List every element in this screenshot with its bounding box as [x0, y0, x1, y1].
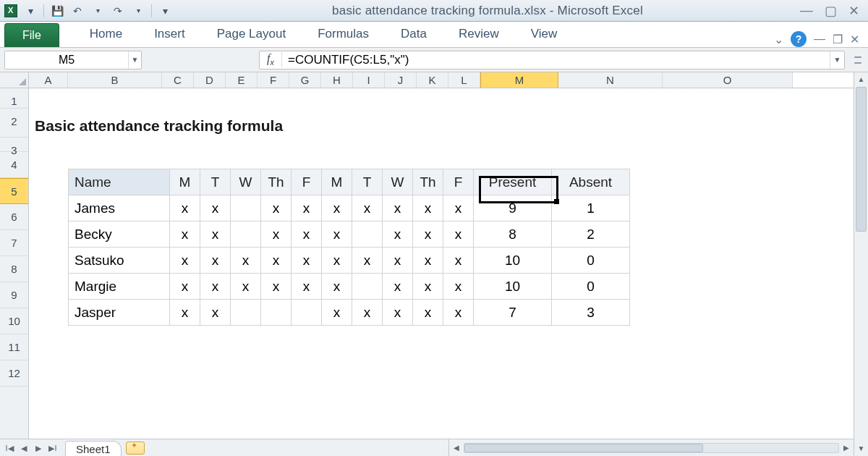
cell-day[interactable] [261, 300, 292, 326]
cell-day[interactable]: x [200, 221, 231, 248]
cell-day[interactable]: x [383, 195, 413, 221]
cell-day[interactable] [292, 300, 322, 326]
vscroll-up-icon[interactable]: ▲ [854, 72, 868, 87]
cell-day[interactable]: x [200, 274, 231, 300]
col-header-E[interactable]: E [226, 72, 258, 88]
select-all-corner[interactable] [0, 72, 29, 88]
cell-day[interactable]: x [443, 300, 474, 326]
undo-icon[interactable]: ↶ [67, 2, 88, 20]
redo-icon[interactable]: ↷ [108, 2, 128, 20]
cell-absent[interactable]: 0 [552, 248, 630, 274]
cell-day[interactable]: x [200, 300, 231, 326]
col-header-J[interactable]: J [385, 72, 417, 88]
cell-day[interactable]: x [231, 274, 261, 300]
cell-day[interactable]: x [200, 248, 231, 274]
tab-page-layout[interactable]: Page Layout [201, 22, 302, 47]
cells-canvas[interactable]: Basic attendance tracking formula NameMT… [29, 88, 854, 456]
col-header-A[interactable]: A [29, 72, 68, 88]
cell-day[interactable]: x [383, 248, 413, 274]
cell-day[interactable]: x [352, 195, 383, 221]
cell-day[interactable] [231, 300, 261, 326]
row-header-3[interactable]: 3 [0, 138, 28, 152]
cell-day[interactable]: x [413, 274, 443, 300]
doc-restore-icon[interactable]: ❐ [833, 33, 843, 46]
row-header-5[interactable]: 5 [0, 178, 28, 204]
cell-day[interactable]: x [443, 195, 474, 221]
col-header-L[interactable]: L [448, 72, 480, 88]
sheet-tab[interactable]: Sheet1 [65, 441, 122, 456]
row-header-9[interactable]: 9 [0, 282, 28, 308]
cell-day[interactable]: x [322, 248, 352, 274]
maximize-icon[interactable]: ▢ [825, 3, 837, 19]
cell-present[interactable]: 8 [474, 221, 552, 248]
doc-close-icon[interactable]: ✕ [850, 33, 859, 46]
col-header-M[interactable]: M [480, 72, 558, 88]
cell-day[interactable]: x [292, 274, 322, 300]
tab-data[interactable]: Data [385, 22, 443, 47]
minimize-icon[interactable]: — [800, 3, 813, 19]
cell-day[interactable]: x [443, 248, 474, 274]
row-header-4[interactable]: 4 [0, 152, 28, 178]
hscroll-left-icon[interactable]: ◀ [449, 444, 464, 452]
vscroll-down-icon[interactable]: ▼ [854, 442, 868, 456]
cell-name[interactable]: Becky [69, 221, 170, 248]
cell-day[interactable]: x [383, 300, 413, 326]
cell-day[interactable]: x [261, 221, 292, 248]
cell-day[interactable] [352, 221, 383, 248]
col-header-K[interactable]: K [417, 72, 448, 88]
tab-nav-last-icon[interactable]: ▶I [46, 442, 59, 455]
qat-dropdown-icon[interactable]: ▾ [20, 2, 41, 20]
cell-absent[interactable]: 0 [552, 274, 630, 300]
hscroll-thumb[interactable] [464, 444, 703, 452]
col-header-G[interactable]: G [289, 72, 321, 88]
cell-day[interactable]: x [443, 221, 474, 248]
cell-day[interactable]: x [200, 195, 231, 221]
name-box-dropdown-icon[interactable]: ▼ [128, 51, 141, 69]
cell-present[interactable]: 10 [474, 248, 552, 274]
vscroll-thumb[interactable] [856, 87, 867, 232]
undo-menu-icon[interactable]: ▾ [88, 2, 108, 20]
cell-day[interactable]: x [383, 221, 413, 248]
cell-absent[interactable]: 3 [552, 300, 630, 326]
new-sheet-icon[interactable] [126, 442, 145, 455]
formula-expand-icon[interactable]: ▼ [830, 51, 844, 69]
cell-day[interactable]: x [170, 195, 200, 221]
doc-minimize-icon[interactable]: — [814, 33, 825, 46]
vertical-scrollbar[interactable]: ▲ ▼ [854, 72, 868, 456]
save-icon[interactable]: 💾 [47, 2, 67, 20]
cell-day[interactable]: x [292, 248, 322, 274]
cell-name[interactable]: Satsuko [69, 248, 170, 274]
cell-day[interactable] [231, 195, 261, 221]
tab-formulas[interactable]: Formulas [302, 22, 385, 47]
close-icon[interactable]: ✕ [848, 3, 859, 19]
col-header-O[interactable]: O [663, 72, 793, 88]
col-header-I[interactable]: I [353, 72, 385, 88]
row-header-6[interactable]: 6 [0, 204, 28, 230]
col-header-D[interactable]: D [194, 72, 226, 88]
tab-nav-first-icon[interactable]: I◀ [3, 442, 16, 455]
col-header-N[interactable]: N [558, 72, 663, 88]
cell-day[interactable] [352, 274, 383, 300]
help-icon[interactable]: ? [791, 31, 807, 47]
cell-day[interactable]: x [322, 221, 352, 248]
cell-day[interactable] [231, 221, 261, 248]
col-header-H[interactable]: H [321, 72, 353, 88]
cell-present[interactable]: 9 [474, 195, 552, 221]
cell-name[interactable]: James [69, 195, 170, 221]
cell-day[interactable]: x [261, 248, 292, 274]
row-header-7[interactable]: 7 [0, 230, 28, 256]
cell-day[interactable]: x [443, 274, 474, 300]
horizontal-scrollbar[interactable]: ◀ ▶ [448, 439, 854, 456]
row-header-2[interactable]: 2 [0, 109, 28, 138]
cell-day[interactable]: x [322, 274, 352, 300]
cell-day[interactable]: x [383, 274, 413, 300]
cell-day[interactable]: x [413, 300, 443, 326]
cell-name[interactable]: Margie [69, 274, 170, 300]
cell-present[interactable]: 10 [474, 274, 552, 300]
cell-present[interactable]: 7 [474, 300, 552, 326]
cell-absent[interactable]: 1 [552, 195, 630, 221]
cell-day[interactable]: x [352, 248, 383, 274]
row-header-11[interactable]: 11 [0, 334, 28, 360]
tab-insert[interactable]: Insert [138, 22, 201, 47]
cell-day[interactable]: x [292, 221, 322, 248]
